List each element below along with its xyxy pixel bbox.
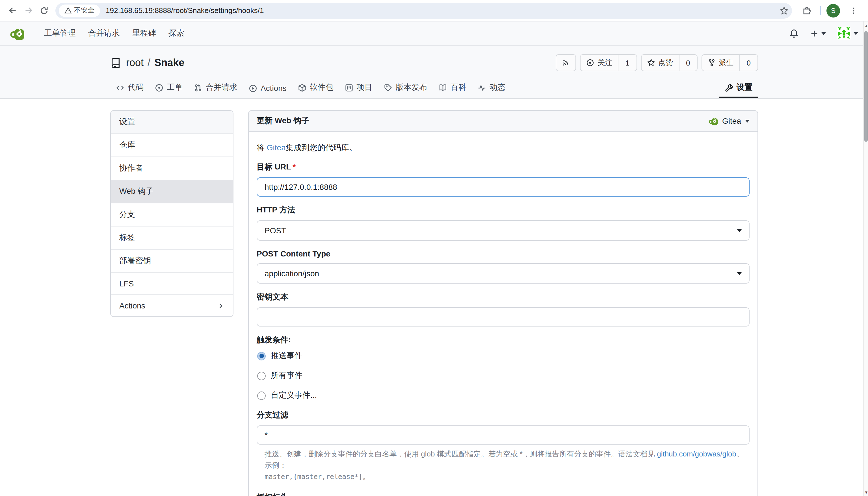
scrollbar-up-arrow[interactable]: ▲: [864, 24, 868, 28]
watch-count[interactable]: 1: [618, 55, 636, 71]
repo-owner[interactable]: root: [126, 57, 143, 68]
tab-releases[interactable]: 版本发布: [378, 78, 433, 98]
rss-icon: [562, 59, 570, 67]
tab-settings[interactable]: 设置: [719, 78, 758, 98]
sidebar-item-settings[interactable]: 设置: [111, 111, 233, 134]
sidebar-item-lfs[interactable]: LFS: [111, 273, 233, 295]
user-avatar-identicon: [837, 27, 851, 40]
trigger-option-all[interactable]: 所有事件: [257, 371, 749, 381]
bookmark-star-icon[interactable]: [779, 6, 789, 15]
repo-name[interactable]: Snake: [154, 57, 184, 68]
radio-selected[interactable]: [257, 352, 266, 360]
webhook-type-dropdown[interactable]: Gitea: [709, 116, 749, 126]
gitea-logo[interactable]: [10, 26, 26, 41]
chrome-right-controls: S: [796, 2, 864, 18]
tab-issues[interactable]: 工单: [149, 78, 188, 98]
content-type-label: POST Content Type: [257, 249, 749, 258]
sidebar-item-webhooks[interactable]: Web 钩子: [111, 180, 233, 203]
settings-page: 设置 仓库 协作者 Web 钩子 分支 标签 部署密钥 LFS Actions …: [0, 99, 868, 496]
chevron-right-icon: [217, 302, 225, 309]
fork-icon: [708, 59, 716, 67]
pulse-icon: [478, 83, 486, 92]
divider: [820, 6, 821, 15]
tag-icon: [384, 83, 392, 92]
browser-profile-avatar[interactable]: S: [826, 4, 840, 17]
gitea-docs-link[interactable]: Gitea: [267, 143, 286, 152]
glob-docs-link[interactable]: github.com/gobwas/glob: [657, 450, 736, 458]
trigger-label: 触发条件:: [257, 335, 749, 345]
fork-count[interactable]: 0: [740, 55, 758, 71]
browser-toolbar: 不安全 192.168.65.19:8888/root/Snake/settin…: [0, 0, 868, 21]
fork-button[interactable]: 派生 0: [702, 54, 758, 71]
address-bar[interactable]: 不安全 192.168.65.19:8888/root/Snake/settin…: [56, 2, 792, 18]
extensions-icon[interactable]: [799, 2, 814, 18]
repo-title: root / Snake: [110, 57, 184, 68]
tab-code[interactable]: 代码: [110, 78, 149, 98]
code-icon: [116, 83, 124, 92]
repo-action-buttons: 关注 1 点赞 0 派生: [556, 54, 758, 71]
browser-menu-icon[interactable]: [846, 2, 862, 18]
star-button[interactable]: 点赞 0: [641, 54, 697, 71]
repo-header: root / Snake 关注 1: [0, 46, 868, 99]
trigger-option-push[interactable]: 推送事件: [257, 351, 749, 361]
watch-label: 关注: [598, 58, 612, 68]
user-menu[interactable]: [837, 27, 858, 40]
pull-request-icon: [194, 83, 202, 92]
notifications-bell-icon[interactable]: [789, 29, 799, 38]
radio-unselected[interactable]: [257, 371, 266, 380]
rss-button[interactable]: [556, 54, 576, 71]
scrollbar-down-arrow[interactable]: ▼: [864, 490, 868, 494]
content-type-select[interactable]: application/json: [257, 263, 749, 283]
tab-activity[interactable]: 动态: [472, 78, 511, 98]
branch-filter-input[interactable]: [257, 425, 749, 445]
caret-down-icon: [737, 229, 742, 232]
tab-projects[interactable]: 项目: [339, 78, 378, 98]
caret-down-icon: [821, 32, 826, 35]
gitea-type-icon: [709, 116, 718, 126]
back-button[interactable]: [4, 2, 20, 18]
http-method-select[interactable]: POST: [257, 220, 749, 241]
target-url-label: 目标 URL*: [257, 162, 749, 172]
branch-filter-label: 分支过滤: [257, 410, 749, 420]
sidebar-item-deploy-keys[interactable]: 部署密钥: [111, 250, 233, 273]
star-icon: [647, 59, 655, 67]
panel-title: 更新 Web 钩子: [257, 116, 309, 126]
nav-pull-requests[interactable]: 合并请求: [82, 28, 126, 38]
nav-milestones[interactable]: 里程碑: [126, 28, 162, 38]
project-board-icon: [345, 83, 353, 92]
sidebar-item-branches[interactable]: 分支: [111, 203, 233, 227]
required-asterisk: *: [292, 162, 296, 171]
sidebar-item-collaborators[interactable]: 协作者: [111, 157, 233, 180]
fork-label: 派生: [719, 58, 734, 68]
security-chip[interactable]: 不安全: [59, 4, 100, 17]
wrench-icon: [725, 83, 733, 92]
nav-issues[interactable]: 工单管理: [38, 28, 82, 38]
nav-explore[interactable]: 探索: [162, 28, 191, 38]
tab-pull-requests[interactable]: 合并请求: [188, 78, 243, 98]
scrollbar-thumb[interactable]: [864, 31, 868, 142]
branch-filter-help: 推送、创建，删除分支事件的分支白名单，使用 glob 模式匹配指定。若为空或 *…: [264, 449, 749, 483]
sidebar-item-repository[interactable]: 仓库: [111, 134, 233, 157]
page-scrollbar[interactable]: ▲ ▼: [863, 21, 868, 496]
url-text[interactable]: 192.168.65.19:8888/root/Snake/settings/h…: [106, 6, 779, 15]
create-new-dropdown[interactable]: [810, 29, 826, 37]
trigger-option-custom[interactable]: 自定义事件...: [257, 390, 749, 401]
forward-button[interactable]: [20, 2, 36, 18]
tab-wiki[interactable]: 百科: [433, 78, 472, 98]
watch-button[interactable]: 关注 1: [580, 54, 637, 71]
sidebar-item-tags[interactable]: 标签: [111, 227, 233, 250]
plus-icon: [810, 29, 819, 37]
issue-icon: [155, 83, 163, 92]
repo-icon: [110, 57, 121, 68]
caret-down-icon: [745, 120, 749, 122]
sidebar-item-actions[interactable]: Actions: [111, 295, 233, 316]
package-icon: [298, 83, 306, 92]
tab-packages[interactable]: 软件包: [292, 78, 339, 98]
play-circle-icon: [249, 84, 257, 92]
secret-input[interactable]: [257, 307, 749, 327]
star-count[interactable]: 0: [679, 55, 697, 71]
tab-actions[interactable]: Actions: [243, 79, 292, 98]
radio-unselected[interactable]: [257, 391, 266, 400]
target-url-input[interactable]: [257, 177, 749, 197]
reload-button[interactable]: [36, 2, 52, 18]
